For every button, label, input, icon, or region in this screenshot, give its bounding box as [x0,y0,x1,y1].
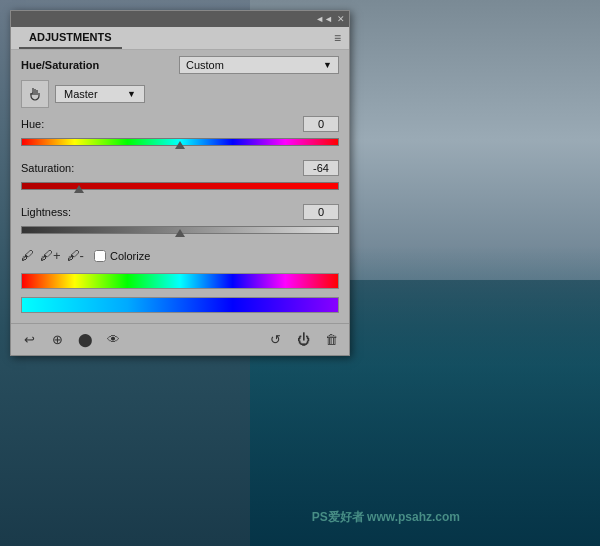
rainbow-bar [21,273,339,289]
lightness-slider-row: Lightness: [21,204,339,238]
hs-header-row: Hue/Saturation Custom ▼ [21,56,339,74]
eye-visibility-icon[interactable]: 👁 [103,330,123,350]
circle-icon[interactable]: ⬤ [75,330,95,350]
saturation-label: Saturation: [21,162,74,174]
saturation-slider-container[interactable] [21,178,339,194]
panel-content: Hue/Saturation Custom ▼ Master ▼ Hue: [11,50,349,323]
extra-tools-row: 🖋 🖋+ 🖋- Colorize [21,248,339,263]
colorize-label: Colorize [94,250,150,262]
panel-close-btn[interactable]: ✕ [337,15,345,24]
hue-thumb[interactable] [175,141,185,149]
eyedropper-icon[interactable]: 🖋 [21,248,34,263]
lightness-track [21,226,339,234]
trash-icon[interactable]: 🗑 [321,330,341,350]
panel-tab-row: ADJUSTMENTS ≡ [11,27,349,50]
hue-label: Hue: [21,118,44,130]
watermark: PS爱好者 www.psahz.com [312,509,460,526]
eyedropper-subtract-icon[interactable]: 🖋- [67,248,84,263]
new-adjustment-icon[interactable]: ⊕ [47,330,67,350]
secondary-color-bar [21,297,339,313]
adjustments-tab[interactable]: ADJUSTMENTS [19,27,122,49]
power-icon[interactable]: ⏻ [293,330,313,350]
tools-row: Master ▼ [21,80,339,108]
adjustments-panel: ◄◄ ✕ ADJUSTMENTS ≡ Hue/Saturation Custom… [10,10,350,356]
lightness-label: Lightness: [21,206,71,218]
colorize-text: Colorize [110,250,150,262]
channel-arrow: ▼ [127,89,136,99]
panel-bottom-toolbar: ↩ ⊕ ⬤ 👁 ↺ ⏻ 🗑 [11,323,349,355]
reset-icon[interactable]: ↺ [265,330,285,350]
preset-dropdown[interactable]: Custom ▼ [179,56,339,74]
hue-track [21,138,339,146]
hs-title: Hue/Saturation [21,59,179,71]
preset-value: Custom [186,59,224,71]
hue-value[interactable] [303,116,339,132]
saturation-slider-row: Saturation: [21,160,339,194]
channel-dropdown[interactable]: Master ▼ [55,85,145,103]
channel-value: Master [64,88,98,100]
hue-slider-row: Hue: [21,116,339,150]
panel-collapse-btn[interactable]: ◄◄ [315,15,333,24]
hue-slider-container[interactable] [21,134,339,150]
hand-tool[interactable] [21,80,49,108]
preset-dropdown-arrow: ▼ [323,60,332,70]
saturation-track [21,182,339,190]
lightness-slider-container[interactable] [21,222,339,238]
lightness-value[interactable] [303,204,339,220]
colorize-checkbox[interactable] [94,250,106,262]
eyedropper-add-icon[interactable]: 🖋+ [40,248,61,263]
undo-icon[interactable]: ↩ [19,330,39,350]
panel-menu-icon[interactable]: ≡ [334,31,341,45]
panel-topbar: ◄◄ ✕ [11,11,349,27]
lightness-thumb[interactable] [175,229,185,237]
saturation-value[interactable] [303,160,339,176]
saturation-thumb[interactable] [74,185,84,193]
